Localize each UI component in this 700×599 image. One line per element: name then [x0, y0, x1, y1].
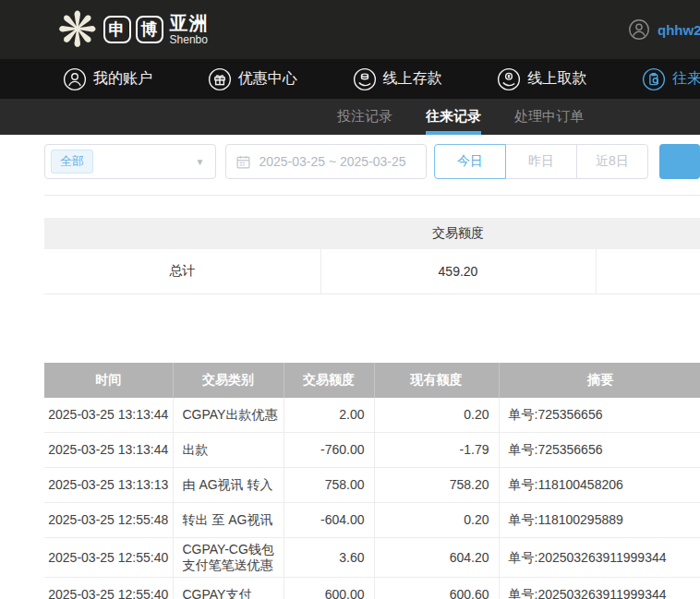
table-row: 2025-03-25 13:13:44 CGPAY出款优惠 2.00 0.20 …: [44, 398, 700, 433]
yesterday-button[interactable]: 昨日: [505, 144, 577, 179]
nav-item-my-account[interactable]: 我的账户: [63, 67, 152, 91]
col-header-memo: 摘要: [499, 363, 700, 398]
chevron-down-icon: ▼: [196, 157, 205, 167]
cell-time: 2025-03-25 13:13:44: [44, 398, 173, 433]
cell-amount: -760.00: [284, 433, 374, 468]
cell-time: 2025-03-25 12:55:40: [44, 578, 173, 599]
nav-item-transaction-records[interactable]: 往来记录: [642, 67, 700, 91]
flower-logo-icon: ❋: [57, 6, 98, 54]
today-button[interactable]: 今日: [434, 144, 506, 179]
type-select[interactable]: 全部 ▼: [44, 144, 216, 179]
cell-amount: 3.60: [284, 538, 374, 578]
cell-time: 2025-03-25 12:55:48: [44, 503, 173, 538]
cell-balance: 0.20: [374, 398, 499, 433]
cell-memo: 单号:202503263911999344: [499, 538, 700, 578]
table-row: 2025-03-25 13:13:44 出款 -760.00 -1.79 单号:…: [44, 433, 700, 468]
cell-type: CGPAY支付: [173, 578, 284, 599]
logo-region-text: 亚洲: [170, 14, 209, 32]
gift-icon: [208, 67, 232, 91]
nav-label: 优惠中心: [238, 69, 297, 89]
cell-memo: 单号:118100295889: [499, 503, 700, 538]
cell-balance: 0.20: [374, 503, 499, 538]
logo-char-box-2: 博: [136, 16, 163, 43]
tab-bet-records[interactable]: 投注记录: [337, 99, 392, 135]
summary-total-row: 总计 459.20: [44, 249, 700, 294]
user-icon: [63, 67, 87, 91]
cell-time: 2025-03-25 12:55:40: [44, 538, 173, 578]
cell-type: CGPAY-CG钱包支付笔笔送优惠: [173, 538, 284, 578]
summary-table: 交易额度 总计 459.20: [44, 218, 700, 294]
records-icon: [642, 67, 666, 91]
col-header-type: 交易类别: [173, 363, 284, 398]
cell-type: 出款: [173, 433, 284, 468]
main-navigation: 我的账户 优惠中心 线上存款: [0, 59, 700, 99]
cell-type: 由 AG视讯 转入: [173, 468, 284, 503]
table-header-row: 时间 交易类别 交易额度 现有额度 摘要: [44, 363, 700, 398]
cell-amount: 600.00: [284, 578, 374, 599]
summary-total-label: 总计: [44, 249, 320, 294]
user-account-area[interactable]: qhhw2: [628, 18, 700, 41]
cell-balance: 600.60: [374, 578, 499, 599]
filter-row: 全部 ▼ 2025-03-25 ~ 2025-03-25 今日 昨日 近8日: [44, 144, 700, 179]
cell-memo: 单号:725356656: [499, 398, 700, 433]
summary-header-empty: [44, 218, 320, 249]
summary-total-empty: [596, 249, 700, 294]
user-avatar-icon: [628, 18, 650, 41]
cell-amount: -604.00: [284, 503, 374, 538]
cell-balance: 758.20: [374, 468, 499, 503]
summary-total-value: 459.20: [320, 249, 596, 294]
withdraw-icon: [497, 67, 521, 91]
summary-header-amount: 交易额度: [320, 218, 596, 249]
nav-item-promotions[interactable]: 优惠中心: [208, 67, 297, 91]
logo-char-box-1: 申: [103, 16, 131, 43]
cell-amount: 2.00: [284, 398, 374, 433]
date-range-input[interactable]: 2025-03-25 ~ 2025-03-25: [225, 144, 427, 179]
cell-memo: 单号:725356656: [499, 433, 700, 468]
site-logo[interactable]: ❋ 申 博 亚洲 Shenbo: [57, 6, 209, 54]
section-divider: [44, 195, 700, 196]
deposit-icon: [353, 67, 377, 91]
cell-type: CGPAY出款优惠: [173, 398, 284, 433]
last-8-days-button[interactable]: 近8日: [576, 144, 648, 179]
cell-time: 2025-03-25 13:13:13: [44, 468, 173, 503]
transactions-table: 时间 交易类别 交易额度 现有额度 摘要 2025-03-25 13:13:44…: [44, 363, 700, 599]
nav-label: 线上取款: [527, 69, 586, 89]
table-row: 2025-03-25 12:55:40 CGPAY支付 600.00 600.6…: [44, 578, 700, 599]
col-header-balance: 现有额度: [374, 363, 499, 398]
tab-label: 投注记录: [337, 108, 392, 126]
tab-label: 处理中订单: [514, 108, 584, 126]
cell-type: 转出 至 AG视讯: [173, 503, 284, 538]
active-tab-underline: [426, 131, 481, 135]
type-selected-tag[interactable]: 全部: [51, 150, 93, 174]
nav-item-withdraw[interactable]: 线上取款: [497, 67, 586, 91]
cell-memo: 单号:202503263911999344: [499, 578, 700, 599]
quick-date-buttons: 今日 昨日 近8日: [434, 144, 648, 179]
top-header: ❋ 申 博 亚洲 Shenbo qhhw2: [0, 0, 700, 59]
tab-processing-orders[interactable]: 处理中订单: [514, 99, 584, 135]
nav-label: 我的账户: [93, 69, 152, 89]
table-row: 2025-03-25 12:55:40 CGPAY-CG钱包支付笔笔送优惠 3.…: [44, 538, 700, 578]
table-row: 2025-03-25 12:55:48 转出 至 AG视讯 -604.00 0.…: [44, 503, 700, 538]
nav-item-deposit[interactable]: 线上存款: [353, 67, 442, 91]
nav-label: 往来记录: [672, 69, 700, 89]
col-header-time: 时间: [44, 363, 173, 398]
logo-subtitle: Shenbo: [170, 34, 209, 45]
cell-balance: 604.20: [374, 538, 499, 578]
summary-header-row: 交易额度: [44, 218, 700, 249]
tab-label: 往来记录: [426, 108, 481, 126]
logo-region: 亚洲 Shenbo: [170, 14, 209, 45]
cell-time: 2025-03-25 13:13:44: [44, 433, 173, 468]
col-header-amount: 交易额度: [284, 363, 374, 398]
nav-label: 线上存款: [383, 69, 442, 89]
cell-balance: -1.79: [374, 433, 499, 468]
cell-memo: 单号:118100458206: [499, 468, 700, 503]
table-row: 2025-03-25 13:13:13 由 AG视讯 转入 758.00 758…: [44, 468, 700, 503]
tab-transaction-records[interactable]: 往来记录: [426, 99, 481, 135]
summary-header-empty2: [596, 218, 700, 249]
cell-amount: 758.00: [284, 468, 374, 503]
search-button[interactable]: [659, 144, 700, 179]
sub-navigation: 投注记录 往来记录 处理中订单: [0, 99, 700, 135]
username-link[interactable]: qhhw2: [658, 22, 700, 38]
calendar-icon: [235, 154, 251, 170]
date-range-value: 2025-03-25 ~ 2025-03-25: [259, 154, 405, 169]
